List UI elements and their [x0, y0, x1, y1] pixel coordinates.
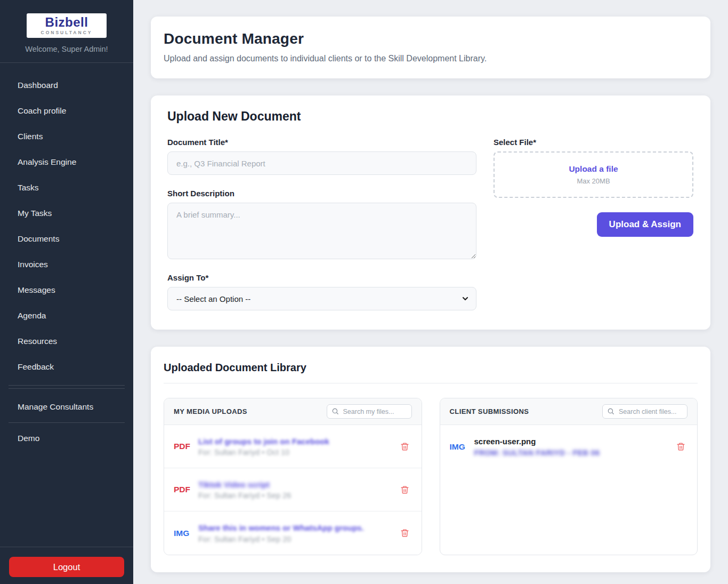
sidebar-item-invoices[interactable]: Invoices [0, 252, 133, 277]
assign-to-select[interactable]: -- Select an Option -- [167, 287, 476, 310]
select-file-label: Select File* [494, 138, 693, 147]
file-meta: FROM: SULTAN FARIYD - FEB 06 [474, 449, 674, 457]
sidebar-item-feedback[interactable]: Feedback [0, 354, 133, 380]
form-right-column: Select File* Upload a file Max 20MB Uplo… [494, 138, 693, 237]
sidebar-section-divider [9, 385, 125, 389]
my-media-uploads-title: MY MEDIA UPLOADS [174, 407, 247, 415]
upload-form-title: Upload New Document [167, 109, 693, 124]
sidebar-nav: Dashboard Coach profile Clients Analysis… [0, 63, 133, 451]
client-submissions-list: IMG screen-user.png FROM: SULTAN FARIYD … [440, 425, 698, 555]
page-title: Document Manager [164, 30, 698, 47]
sidebar-item-clients[interactable]: Clients [0, 124, 133, 149]
logout-button[interactable]: Logout [9, 557, 124, 577]
upload-assign-button[interactable]: Upload & Assign [597, 212, 693, 237]
page: Bizbell CONSULTANCY Welcome, Super Admin… [0, 0, 728, 584]
assign-to-group: Assign To* -- Select an Option -- [167, 273, 476, 310]
file-meta: For: Sultan Fariyd • Sep 26 [198, 491, 398, 500]
upload-form: Document Title* Short Description Assign… [167, 138, 693, 310]
file-title-link[interactable]: Tiktok Video script [198, 479, 398, 490]
client-submissions-title: CLIENT SUBMISSIONS [450, 407, 529, 415]
my-files-search-input[interactable] [327, 404, 412, 419]
search-icon [607, 407, 614, 415]
file-title[interactable]: screen-user.png [474, 436, 674, 447]
trash-icon [400, 442, 409, 451]
search-icon [331, 407, 339, 415]
library-panels: MY MEDIA UPLOADS PDF List of groups to j… [164, 398, 698, 555]
file-meta: For: Sultan Fariyd • Sep 20 [198, 535, 398, 543]
file-info: Tiktok Video script For: Sultan Fariyd •… [198, 479, 398, 500]
file-row: IMG Share this in womens or WhatsApp gro… [164, 511, 422, 555]
short-description-textarea[interactable] [167, 203, 476, 259]
document-title-group: Document Title* [167, 138, 476, 175]
my-media-uploads-panel: MY MEDIA UPLOADS PDF List of groups to j… [164, 398, 422, 555]
page-header-card: Document Manager Upload and assign docum… [151, 17, 710, 78]
sidebar-header: Bizbell CONSULTANCY Welcome, Super Admin… [0, 0, 133, 62]
upload-form-card: Upload New Document Document Title* Shor… [151, 95, 710, 330]
document-title-label: Document Title* [167, 138, 476, 147]
sidebar-item-resources[interactable]: Resources [0, 329, 133, 354]
file-type-badge: PDF [174, 485, 198, 494]
brand-subtitle: CONSULTANCY [41, 30, 93, 35]
short-description-label: Short Description [167, 189, 476, 198]
max-size-hint: Max 20MB [577, 177, 610, 185]
sidebar-item-analysis-engine[interactable]: Analysis Engine [0, 149, 133, 175]
library-title: Uploaded Document Library [164, 362, 698, 383]
assign-to-select-wrap: -- Select an Option -- [167, 287, 476, 310]
brand-logo: Bizbell CONSULTANCY [27, 13, 107, 38]
sidebar-spacer [0, 451, 133, 547]
sidebar-item-documents[interactable]: Documents [0, 226, 133, 252]
delete-file-button[interactable] [398, 483, 412, 497]
trash-icon [400, 529, 409, 538]
client-submissions-panel: CLIENT SUBMISSIONS IMG screen-user.png F… [440, 398, 698, 555]
file-type-badge: IMG [174, 529, 198, 538]
file-type-badge: IMG [450, 442, 474, 452]
sidebar-item-agenda[interactable]: Agenda [0, 303, 133, 329]
assign-to-label: Assign To* [167, 273, 476, 282]
file-info: Share this in womens or WhatsApp groups.… [198, 523, 398, 543]
sidebar-item-tasks[interactable]: Tasks [0, 175, 133, 201]
file-info: List of groups to join on Facebook For: … [198, 436, 398, 457]
my-media-uploads-header: MY MEDIA UPLOADS [164, 398, 422, 425]
sidebar-item-messages[interactable]: Messages [0, 277, 133, 303]
file-row: IMG screen-user.png FROM: SULTAN FARIYD … [440, 425, 698, 468]
trash-icon [400, 485, 409, 494]
client-files-search-input[interactable] [602, 404, 687, 419]
sidebar-item-coach-profile[interactable]: Coach profile [0, 98, 133, 124]
short-description-group: Short Description [167, 189, 476, 259]
file-row: PDF List of groups to join on Facebook F… [164, 425, 422, 468]
welcome-text: Welcome, Super Admin! [0, 45, 133, 53]
file-type-badge: PDF [174, 442, 198, 451]
logout-section: Logout [0, 547, 133, 584]
main-content: Document Manager Upload and assign docum… [133, 0, 728, 584]
file-row: PDF Tiktok Video script For: Sultan Fari… [164, 468, 422, 511]
submit-row: Upload & Assign [494, 212, 693, 237]
my-files-search-wrap [327, 404, 412, 419]
file-title-link[interactable]: List of groups to join on Facebook [198, 436, 398, 447]
trash-icon [676, 442, 685, 451]
client-files-search-wrap [602, 404, 687, 419]
delete-file-button[interactable] [398, 439, 412, 453]
my-media-uploads-list: PDF List of groups to join on Facebook F… [164, 425, 422, 555]
page-subtitle: Upload and assign documents to individua… [164, 54, 698, 63]
file-title-link[interactable]: Share this in womens or WhatsApp groups. [198, 523, 398, 533]
sidebar-item-dashboard[interactable]: Dashboard [0, 73, 133, 98]
sidebar-divider [9, 422, 125, 423]
delete-file-button[interactable] [398, 526, 412, 540]
delete-file-button[interactable] [674, 440, 687, 454]
sidebar-item-demo[interactable]: Demo [0, 426, 133, 451]
sidebar: Bizbell CONSULTANCY Welcome, Super Admin… [0, 0, 133, 584]
document-title-input[interactable] [167, 151, 476, 175]
brand-name: Bizbell [45, 16, 88, 29]
file-info: screen-user.png FROM: SULTAN FARIYD - FE… [474, 436, 674, 457]
sidebar-item-manage-consultants[interactable]: Manage Consultants [0, 394, 133, 420]
document-library-card: Uploaded Document Library MY MEDIA UPLOA… [151, 347, 710, 572]
client-submissions-header: CLIENT SUBMISSIONS [440, 398, 698, 425]
file-dropzone[interactable]: Upload a file Max 20MB [494, 151, 693, 198]
form-left-column: Document Title* Short Description Assign… [167, 138, 476, 310]
sidebar-item-my-tasks[interactable]: My Tasks [0, 201, 133, 226]
upload-a-file-link[interactable]: Upload a file [569, 164, 618, 174]
file-meta: For: Sultan Fariyd • Oct 10 [198, 448, 398, 457]
